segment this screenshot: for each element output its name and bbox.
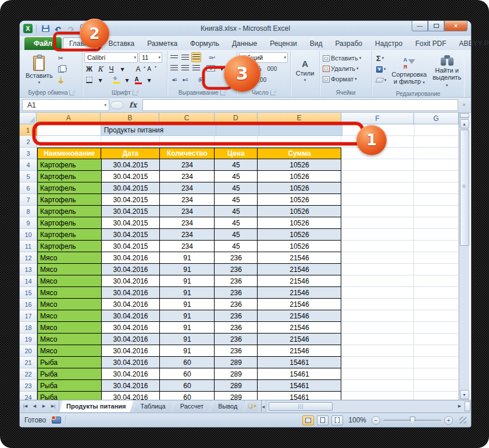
- ribbon-tab-9[interactable]: Foxit PDF: [409, 37, 452, 50]
- cell-D11[interactable]: 45: [215, 241, 258, 252]
- cell-A4[interactable]: Картофель: [37, 159, 102, 171]
- cell-F14[interactable]: [341, 275, 414, 287]
- cell-C6[interactable]: 234: [160, 182, 215, 194]
- sheet-tab-1[interactable]: Таблица: [134, 400, 173, 412]
- row-header-5[interactable]: 5: [20, 171, 37, 182]
- cell-C13[interactable]: 91: [160, 264, 215, 275]
- row-header-11[interactable]: 11: [20, 241, 37, 252]
- cell-B7[interactable]: 30.04.2015: [102, 194, 160, 206]
- next-sheet-icon[interactable]: ▶: [40, 402, 48, 411]
- autosum-button[interactable]: Σ▾: [375, 53, 388, 63]
- ribbon-tab-4[interactable]: Данные: [226, 37, 263, 50]
- row-header-3[interactable]: 3: [20, 148, 37, 159]
- cell-D4[interactable]: 45: [215, 159, 258, 171]
- cell-A17[interactable]: Мясо: [37, 310, 102, 322]
- align-center-button[interactable]: [180, 63, 190, 73]
- insert-worksheet-icon[interactable]: ❏✦: [245, 400, 260, 412]
- row-header-21[interactable]: 21: [20, 357, 37, 368]
- cell-C4[interactable]: 234: [160, 159, 215, 171]
- align-left-button[interactable]: [169, 63, 179, 73]
- zoom-out-icon[interactable]: −: [372, 416, 380, 425]
- cell-F9[interactable]: [341, 217, 414, 229]
- cell-E8[interactable]: 10526: [258, 206, 341, 217]
- insert-cells-button[interactable]: Вставить▾: [322, 53, 370, 63]
- cell-G8[interactable]: [414, 206, 459, 217]
- cell-A5[interactable]: Картофель: [37, 171, 102, 182]
- cell-A8[interactable]: Картофель: [37, 206, 102, 217]
- cell-B8[interactable]: 30.04.2015: [102, 206, 160, 217]
- cell-E4[interactable]: 10526: [258, 159, 341, 171]
- cell-G16[interactable]: [414, 299, 459, 310]
- cell-E23[interactable]: 15461: [258, 380, 341, 392]
- cell-D6[interactable]: 45: [215, 182, 258, 194]
- cell-D9[interactable]: 45: [215, 217, 258, 229]
- cell-F4[interactable]: [341, 159, 414, 171]
- cell-B5[interactable]: 30.04.2015: [102, 171, 160, 182]
- cell-C18[interactable]: 91: [160, 322, 215, 334]
- zoom-in-icon[interactable]: +: [444, 416, 453, 425]
- ribbon-tab-2[interactable]: Разметка: [141, 37, 184, 50]
- cell-D22[interactable]: 289: [215, 368, 258, 380]
- cell-B24[interactable]: 30.04.2016: [102, 392, 160, 400]
- cell-F15[interactable]: [341, 287, 414, 299]
- cell-C22[interactable]: 60: [160, 368, 215, 380]
- cell-B21[interactable]: 30.04.2016: [102, 357, 160, 368]
- cell-A22[interactable]: Рыба: [37, 368, 102, 380]
- decrease-indent-button[interactable]: ◂≡: [169, 74, 179, 84]
- cell-B17[interactable]: 30.04.2016: [102, 310, 160, 322]
- cell-D15[interactable]: 236: [215, 287, 258, 299]
- cell-C15[interactable]: 91: [160, 287, 215, 299]
- fill-color-dropdown-icon[interactable]: ▾: [122, 75, 132, 85]
- cell-G10[interactable]: [414, 229, 459, 241]
- table-header-B3[interactable]: Дата: [101, 148, 160, 159]
- cell-B23[interactable]: 30.04.2016: [102, 380, 160, 392]
- cell-B19[interactable]: 30.04.2016: [102, 334, 160, 345]
- cell-A18[interactable]: Мясо: [37, 322, 102, 334]
- ribbon-tab-10[interactable]: ABBYY PD: [453, 37, 489, 50]
- horizontal-scroll-thumb[interactable]: |||: [269, 402, 333, 411]
- cell-D23[interactable]: 289: [215, 380, 258, 392]
- cell-E7[interactable]: 10526: [258, 194, 341, 206]
- cell-G20[interactable]: [414, 345, 459, 357]
- cell-F16[interactable]: [341, 299, 414, 310]
- cell-B9[interactable]: 30.04.2015: [102, 217, 160, 229]
- sheet-tab-0[interactable]: Продукты питания: [59, 400, 134, 412]
- format-cells-button[interactable]: Формат▾: [322, 74, 370, 84]
- sheet-tab-3[interactable]: Вывод: [211, 400, 245, 412]
- cell-G14[interactable]: [414, 275, 459, 287]
- cell-A20[interactable]: Мясо: [37, 345, 102, 357]
- borders-dropdown-icon[interactable]: ▾: [95, 75, 105, 85]
- cell-F17[interactable]: [341, 310, 414, 322]
- align-bottom-button[interactable]: [191, 52, 201, 62]
- cell-G22[interactable]: [414, 368, 459, 380]
- cell-E11[interactable]: 10526: [258, 241, 341, 252]
- dialog-launcher-icon[interactable]: [69, 90, 74, 95]
- clear-button[interactable]: ▾: [375, 76, 388, 85]
- increase-indent-button[interactable]: ▸≡: [180, 74, 190, 84]
- cell-E12[interactable]: 21546: [258, 252, 341, 264]
- zoom-slider[interactable]: [383, 420, 441, 421]
- cell-G21[interactable]: [414, 357, 459, 368]
- row-header-9[interactable]: 9: [20, 217, 37, 229]
- cell-G19[interactable]: [414, 334, 459, 345]
- copy-button[interactable]: ▾: [57, 64, 69, 74]
- restore-button[interactable]: [428, 21, 444, 31]
- row-header-17[interactable]: 17: [20, 310, 37, 322]
- cell-E20[interactable]: 21546: [258, 345, 341, 357]
- row-header-10[interactable]: 10: [20, 229, 37, 241]
- row-header-15[interactable]: 15: [20, 287, 37, 299]
- formula-bar-splitter[interactable]: [110, 101, 123, 109]
- cell-B4[interactable]: 30.04.2015: [102, 159, 160, 171]
- cell-D5[interactable]: 45: [215, 171, 258, 182]
- cell-E13[interactable]: 21546: [258, 264, 341, 275]
- cell-F22[interactable]: [341, 368, 414, 380]
- italic-button[interactable]: К: [95, 64, 105, 74]
- row-header-4[interactable]: 4: [20, 159, 37, 171]
- cell-E18[interactable]: 21546: [258, 322, 341, 334]
- last-sheet-icon[interactable]: ▶|: [49, 402, 58, 411]
- comma-style-button[interactable]: 000: [267, 64, 278, 74]
- row-header-6[interactable]: 6: [20, 182, 37, 194]
- cell-G17[interactable]: [414, 310, 459, 322]
- underline-dropdown-icon[interactable]: ▾: [117, 64, 127, 74]
- cell-G7[interactable]: [414, 194, 459, 206]
